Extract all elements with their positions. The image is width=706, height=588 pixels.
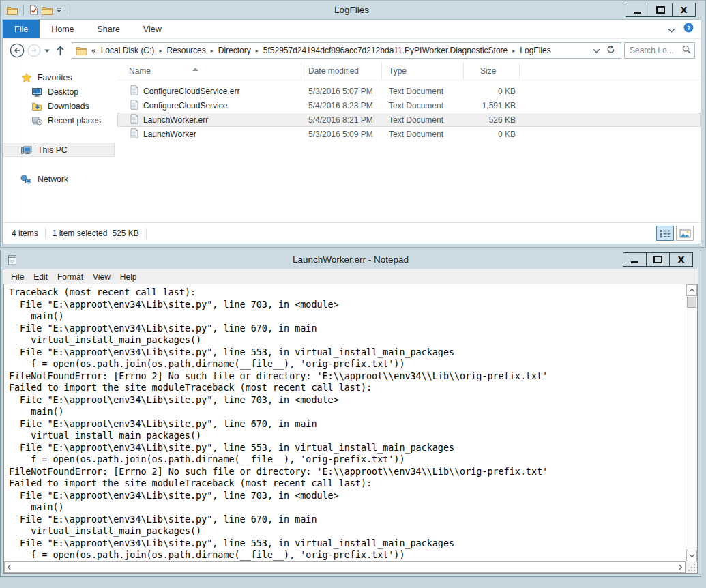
close-icon: X (677, 255, 684, 264)
column-header-size[interactable]: Size (464, 62, 520, 80)
sidebar-item-favorites[interactable]: Favorites (3, 70, 115, 85)
breadcrumb-item[interactable]: Directory (218, 46, 252, 55)
breadcrumb-item[interactable]: Resources (166, 46, 206, 55)
download-folder-icon (31, 101, 42, 112)
separator (45, 228, 46, 239)
text-document-icon (130, 114, 138, 126)
large-icons-view-button[interactable] (676, 226, 694, 241)
file-size: 1,591 KB (464, 101, 520, 111)
scroll-down-button[interactable] (686, 550, 697, 561)
refresh-icon[interactable] (606, 45, 615, 56)
tab-view[interactable]: View (132, 20, 173, 38)
close-button[interactable]: X (669, 253, 692, 266)
file-row[interactable]: LaunchWorker.err5/4/2016 8:21 PMText Doc… (117, 113, 701, 127)
close-button[interactable]: X (672, 3, 695, 16)
window-controls: X (623, 252, 693, 267)
details-view-button[interactable] (656, 226, 674, 241)
minimize-button[interactable] (626, 3, 649, 16)
text-line: f = open(os.path.join(os.path.dirname(__… (9, 358, 686, 370)
close-icon: X (680, 5, 687, 14)
notepad-title: LaunchWorker.err - Notepad (3, 254, 698, 265)
breadcrumb-separator-icon: ▸ (207, 48, 218, 54)
column-header-type[interactable]: Type (382, 62, 464, 80)
menu-format[interactable]: Format (53, 272, 88, 282)
file-row[interactable]: ConfigureCloudService5/4/2016 8:23 PMTex… (117, 98, 701, 113)
sidebar-item-this-pc[interactable]: This PC (3, 143, 115, 157)
up-button[interactable] (52, 45, 69, 56)
vertical-scrollbar-thumb[interactable] (687, 297, 696, 308)
text-area[interactable]: Traceback (most recent call last): File … (3, 284, 698, 574)
file-type: Text Document (382, 115, 464, 125)
breadcrumb-item[interactable]: Local Disk (C:) (100, 46, 156, 55)
text-content[interactable]: Traceback (most recent call last): File … (4, 284, 686, 561)
file-type: Text Document (382, 87, 464, 96)
ribbon-expand-icon[interactable] (668, 23, 675, 35)
sidebar-item-label: Recent places (48, 116, 101, 126)
network-icon (20, 174, 32, 185)
qat-customize-dropdown[interactable] (56, 7, 62, 13)
forward-button[interactable] (25, 44, 42, 57)
help-icon[interactable]: ? (683, 23, 694, 35)
resize-grip[interactable] (686, 561, 697, 573)
file-date-modified: 5/4/2016 8:21 PM (301, 115, 382, 125)
qat-new-folder-button[interactable] (42, 5, 53, 15)
location-folder-icon (76, 46, 87, 55)
breadcrumb-item[interactable]: LogFiles (519, 46, 551, 55)
qat-properties-button[interactable] (29, 5, 38, 15)
sidebar-item-label: This PC (38, 145, 68, 155)
search-icon (682, 44, 691, 57)
minimize-icon (631, 261, 638, 263)
explorer-titlebar: LogFiles X (2, 1, 701, 19)
maximize-button[interactable] (646, 253, 669, 266)
svg-text:?: ? (686, 24, 690, 31)
text-line: f = open(os.path.join(os.path.dirname(__… (9, 549, 686, 561)
address-dropdown-icon[interactable] (593, 46, 600, 55)
text-line: File "E:\approot\env34\Lib\site.py", lin… (9, 323, 686, 335)
navigation-pane: FavoritesDesktopDownloadsRecent placesTh… (3, 62, 117, 222)
maximize-icon (653, 256, 662, 263)
menu-help[interactable]: Help (115, 272, 142, 282)
notepad-client-area: FileEditFormatViewHelp Traceback (most r… (3, 269, 698, 574)
search-input[interactable] (628, 45, 682, 56)
menu-bar: FileEditFormatViewHelp (3, 269, 698, 284)
tab-home[interactable]: Home (40, 20, 85, 38)
sidebar-item-network[interactable]: Network (3, 172, 115, 186)
text-line: File "E:\approot\env34\Lib\site.py", lin… (9, 394, 686, 407)
minimize-button[interactable] (623, 253, 646, 266)
sidebar-item-recent-places[interactable]: Recent places (3, 113, 115, 128)
sidebar-item-downloads[interactable]: Downloads (3, 99, 115, 113)
sort-ascending-icon (192, 63, 198, 73)
column-header-name[interactable]: Name (117, 62, 301, 80)
column-header-label: Type (389, 66, 407, 76)
horizontal-scrollbar[interactable] (4, 561, 686, 573)
recent-locations-dropdown[interactable] (42, 49, 52, 53)
file-name-cell: LaunchWorker.err (117, 114, 301, 126)
scroll-up-button[interactable] (686, 284, 697, 296)
menu-edit[interactable]: Edit (29, 272, 53, 282)
vertical-scrollbar[interactable] (686, 284, 697, 561)
breadcrumb-item[interactable]: 5f52957d24194dcf896acc7d212bda11.PyPIWor… (263, 46, 508, 55)
tab-file[interactable]: File (3, 20, 40, 38)
file-row[interactable]: LaunchWorker5/3/2016 5:09 PMText Documen… (117, 127, 701, 141)
desktop: { "colors":{ "chrome":"#cddbe2","desktop… (0, 0, 706, 588)
selection-status: 1 item selected (53, 229, 108, 238)
notepad-titlebar: LaunchWorker.err - Notepad X (3, 250, 698, 269)
breadcrumb-overflow[interactable]: « (91, 46, 96, 55)
back-button[interactable] (8, 43, 25, 58)
column-header-date[interactable]: Date modified (301, 62, 382, 80)
search-box[interactable] (624, 42, 695, 59)
file-row[interactable]: ConfigureCloudService.err5/3/2016 5:07 P… (117, 84, 701, 98)
window-controls: X (626, 3, 696, 17)
explorer-window: LogFiles X FileHomeShareView ? « Local D… (0, 0, 706, 248)
text-line: File "E:\approot\env34\Lib\site.py", lin… (9, 442, 686, 454)
address-bar[interactable]: « Local Disk (C:)▸Resources▸Directory▸5f… (72, 42, 621, 59)
scroll-left-button[interactable] (8, 564, 11, 570)
menu-view[interactable]: View (88, 272, 115, 282)
tab-share[interactable]: Share (86, 20, 132, 38)
menu-file[interactable]: File (6, 272, 29, 282)
sidebar-item-desktop[interactable]: Desktop (3, 85, 115, 99)
notepad-icon (7, 254, 18, 265)
file-name-cell: ConfigureCloudService.err (117, 85, 301, 98)
scroll-right-button[interactable] (679, 564, 682, 570)
maximize-button[interactable] (649, 3, 672, 16)
